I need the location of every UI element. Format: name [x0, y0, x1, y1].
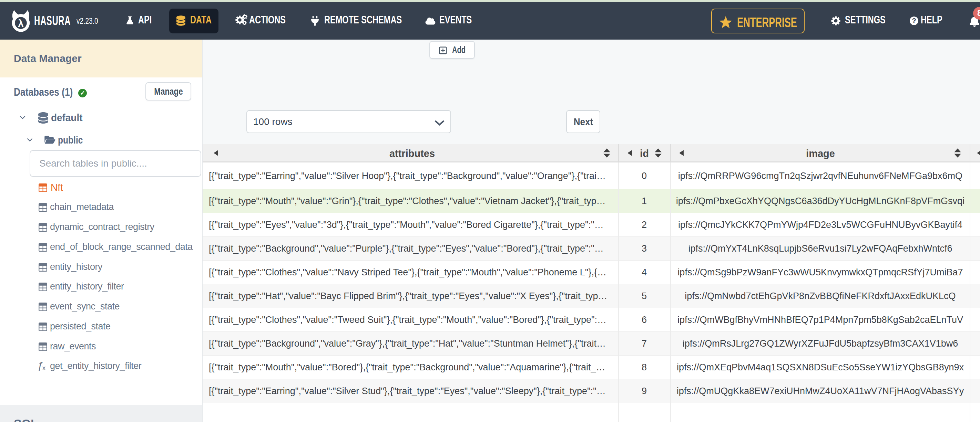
- svg-text:λ: λ: [18, 17, 24, 29]
